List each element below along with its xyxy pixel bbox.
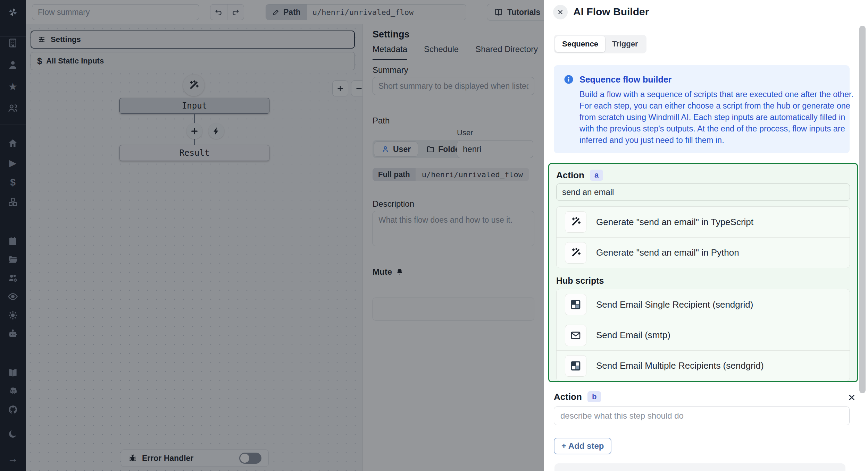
info-icon	[564, 74, 574, 85]
ai-panel-title: AI Flow Builder	[573, 6, 649, 18]
generate-python-option[interactable]: Generate "send an email" in Python	[557, 237, 850, 268]
generate-python-label: Generate "send an email" in Python	[596, 247, 739, 258]
generate-options-list: Generate "send an email" in TypeScript G…	[556, 206, 850, 268]
email-icon	[565, 325, 586, 346]
action-b-badge: b	[587, 391, 601, 402]
add-step-button[interactable]: + Add step	[554, 438, 611, 454]
wand-icon	[565, 242, 586, 264]
wand-icon	[565, 211, 586, 233]
action-a-badge: a	[590, 170, 603, 181]
ai-mode-toggle: Sequence Trigger	[554, 35, 646, 53]
action-b-label: Action	[554, 392, 582, 402]
action-a-header: Action a	[556, 170, 603, 181]
windmill-flow-editor: ★ ▶ $	[0, 0, 868, 471]
action-b-header: Action b	[554, 391, 601, 402]
hub-script-label: Send Email Single Recipient (sendgrid)	[596, 299, 753, 310]
action-b-input[interactable]	[554, 406, 850, 425]
hub-script-row[interactable]: Send Email (smtp)	[557, 320, 850, 350]
modal-dim-overlay[interactable]	[0, 0, 544, 471]
hub-script-row[interactable]: Send Email Single Recipient (sendgrid)	[557, 289, 850, 320]
close-drawer-button[interactable]	[553, 5, 568, 19]
tab-trigger[interactable]: Trigger	[605, 36, 645, 52]
hub-script-label: Send Email Multiple Recipients (sendgrid…	[596, 360, 764, 371]
close-icon	[557, 9, 564, 16]
action-a-label: Action	[556, 170, 584, 181]
panel-scrollbar-thumb[interactable]	[859, 26, 866, 393]
build-flow-section-stub	[554, 463, 845, 471]
tab-sequence[interactable]: Sequence	[555, 36, 605, 52]
generate-typescript-label: Generate "send an email" in TypeScript	[596, 217, 753, 228]
remove-action-b-button[interactable]	[845, 391, 858, 404]
sendgrid-icon	[565, 294, 586, 315]
info-body: Build a flow with a sequence of scripts …	[579, 89, 854, 146]
hub-script-label: Send Email (smtp)	[596, 330, 670, 341]
action-a-section: Action a Generate "send an email" in Typ…	[548, 163, 858, 382]
info-title: Sequence flow builder	[579, 75, 671, 85]
generate-typescript-option[interactable]: Generate "send an email" in TypeScript	[557, 207, 850, 237]
sendgrid-icon	[565, 355, 586, 377]
close-icon	[847, 393, 856, 402]
hub-scripts-label: Hub scripts	[556, 276, 604, 286]
hub-script-row[interactable]: Send Email Multiple Recipients (sendgrid…	[557, 350, 850, 381]
action-a-input[interactable]	[556, 183, 850, 201]
ai-flow-builder-panel: AI Flow Builder Sequence Trigger Sequenc…	[544, 0, 868, 471]
hub-scripts-list: Send Email Single Recipient (sendgrid) S…	[556, 289, 850, 381]
sequence-info-box: Sequence flow builder Build a flow with …	[554, 65, 850, 153]
